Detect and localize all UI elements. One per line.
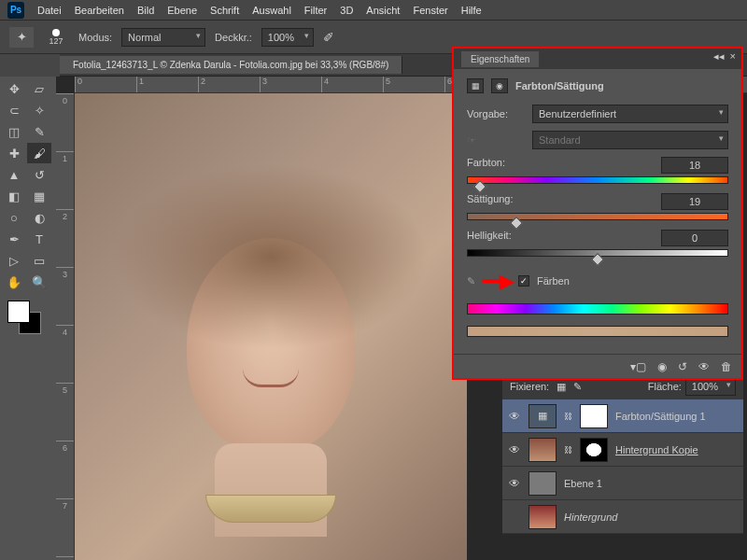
pen-tool-icon[interactable]: ✒ (2, 229, 26, 249)
opacity-label: Deckkr.: (215, 32, 252, 43)
properties-panel: Eigenschaften ◂◂× ▦ ◉ Farbton/Sättigung … (452, 47, 743, 380)
document-tab[interactable]: Fotolia_12463713_L © Zdenka Darula - Fot… (60, 56, 402, 74)
menu-datei[interactable]: Datei (37, 5, 62, 16)
blend-mode-select[interactable]: Normal (121, 28, 205, 47)
fill-label: Fläche: (648, 381, 682, 392)
visibility-icon[interactable]: 👁 (508, 410, 521, 423)
saturation-slider[interactable] (467, 213, 728, 224)
opacity-select[interactable]: 100% (261, 28, 314, 47)
menu-ansicht[interactable]: Ansicht (366, 5, 400, 16)
lock-label: Fixieren: (510, 381, 549, 392)
lock-pixels-icon[interactable]: ✎ (573, 381, 582, 393)
lightness-label: Helligkeit: (467, 230, 512, 246)
layer-mask[interactable] (580, 438, 608, 462)
clip-icon[interactable]: ▾▢ (630, 360, 646, 373)
crop-tool-icon[interactable]: ◫ (2, 121, 26, 142)
dodge-tool-icon[interactable]: ◐ (27, 207, 51, 228)
colorize-label: Färben (537, 275, 570, 287)
link-icon[interactable]: ⛓ (564, 412, 572, 421)
menu-bearbeiten[interactable]: Bearbeiten (75, 5, 124, 16)
layer-thumb[interactable] (529, 438, 557, 462)
saturation-value[interactable]: 19 (661, 193, 728, 210)
hand-tool-icon[interactable]: ✋ (2, 272, 26, 292)
lock-transparency-icon[interactable]: ▦ (557, 381, 566, 393)
layer-thumb[interactable]: ▦ (529, 404, 557, 428)
path-tool-icon[interactable]: ▷ (2, 250, 26, 271)
type-tool-icon[interactable]: T (27, 229, 51, 249)
visibility-icon[interactable]: 👁 (508, 477, 521, 490)
selection-tool-icon[interactable]: ▱ (27, 78, 51, 99)
eyedropper-tool-icon[interactable]: ✎ (27, 121, 51, 142)
app-icon: Ps (7, 2, 24, 19)
colorize-checkbox[interactable]: ✓ (518, 275, 529, 287)
menu-hilfe[interactable]: Hilfe (461, 5, 482, 16)
menu-fenster[interactable]: Fenster (413, 5, 447, 16)
eraser-tool-icon[interactable]: ◧ (2, 186, 26, 206)
saturation-label: Sättigung: (467, 193, 514, 210)
mask-icon[interactable]: ◉ (491, 78, 508, 93)
heal-tool-icon[interactable]: ✚ (2, 143, 26, 163)
canvas-image[interactable] (75, 93, 467, 560)
menu-ebene[interactable]: Ebene (167, 5, 197, 16)
shape-tool-icon[interactable]: ▭ (27, 250, 51, 271)
toolbox: ✥▱ ⊂✧ ◫✎ ✚🖌 ▲↺ ◧▦ ○◐ ✒T ▷▭ ✋🔍 (0, 77, 56, 560)
brush-tool-icon[interactable]: 🖌 (27, 143, 51, 163)
panel-title: Farbton/Sättigung (515, 80, 604, 91)
properties-tab[interactable]: Eigenschaften (461, 51, 539, 67)
menu-filter[interactable]: Filter (304, 5, 327, 16)
adjustment-icon: ▦ (467, 78, 484, 93)
hue-slider[interactable] (467, 176, 728, 188)
panel-close-icon[interactable]: × (730, 50, 736, 63)
link-icon[interactable]: ⛓ (564, 445, 572, 455)
visibility-icon[interactable]: 👁 (508, 443, 521, 456)
modus-label: Modus: (78, 32, 112, 43)
delete-icon[interactable]: 🗑 (721, 360, 732, 373)
move-tool-icon[interactable]: ✥ (2, 78, 26, 99)
layer-row[interactable]: 👁 ⛓ Hintergrund Kopie (502, 433, 743, 467)
menubar: Ps Datei Bearbeiten Bild Ebene Schrift A… (0, 0, 747, 21)
menu-auswahl[interactable]: Auswahl (252, 5, 291, 16)
menu-bild[interactable]: Bild (137, 5, 154, 16)
brush-preview[interactable]: 127 (43, 24, 69, 50)
panel-collapse-icon[interactable]: ◂◂ (713, 50, 725, 63)
layer-row[interactable]: Hintergrund (502, 500, 743, 534)
ruler-vertical: 0123456789 (56, 93, 75, 560)
hue-ramp-output (467, 326, 728, 337)
wand-tool-icon[interactable]: ✧ (27, 100, 51, 120)
view-previous-icon[interactable]: ◉ (657, 360, 667, 373)
reset-icon[interactable]: ↺ (678, 360, 687, 373)
layer-name[interactable]: Ebene 1 (564, 478, 602, 489)
gradient-tool-icon[interactable]: ▦ (27, 186, 51, 206)
eyedropper-icon[interactable]: ✎ (467, 275, 475, 287)
tool-preset-icon[interactable]: ✦ (9, 27, 34, 48)
finger-icon: ☞ (467, 134, 532, 147)
foreground-swatch[interactable] (7, 301, 30, 323)
hue-value[interactable]: 18 (661, 157, 728, 174)
hue-label: Farbton: (467, 157, 505, 174)
annotation-arrow-icon: ━━▶ (483, 270, 511, 292)
color-swatches[interactable] (7, 301, 45, 338)
layer-thumb[interactable] (529, 505, 557, 529)
layer-name[interactable]: Hintergrund (564, 511, 617, 523)
lasso-tool-icon[interactable]: ⊂ (2, 100, 26, 120)
hue-ramp-input (467, 303, 728, 315)
layer-name[interactable]: Hintergrund Kopie (615, 444, 698, 455)
stamp-tool-icon[interactable]: ▲ (2, 164, 26, 185)
layer-row[interactable]: 👁 ▦ ⛓ Farbton/Sättigung 1 (502, 399, 743, 433)
layer-mask[interactable] (580, 404, 608, 428)
layer-row[interactable]: 👁 Ebene 1 (502, 467, 743, 500)
fill-value[interactable]: 100% (685, 377, 736, 396)
zoom-tool-icon[interactable]: 🔍 (27, 272, 51, 292)
layer-thumb[interactable] (529, 471, 557, 496)
blur-tool-icon[interactable]: ○ (2, 207, 26, 228)
menu-schrift[interactable]: Schrift (210, 5, 239, 16)
pressure-icon[interactable]: ✐ (323, 30, 334, 45)
preset-select[interactable]: Benutzerdefiniert (532, 105, 728, 123)
lightness-value[interactable]: 0 (661, 230, 728, 246)
history-brush-icon[interactable]: ↺ (27, 164, 51, 185)
menu-3d[interactable]: 3D (340, 5, 353, 16)
toggle-visibility-icon[interactable]: 👁 (698, 360, 710, 373)
layer-name[interactable]: Farbton/Sättigung 1 (615, 411, 706, 422)
lightness-slider[interactable] (467, 249, 728, 260)
range-select: Standard (532, 131, 728, 149)
